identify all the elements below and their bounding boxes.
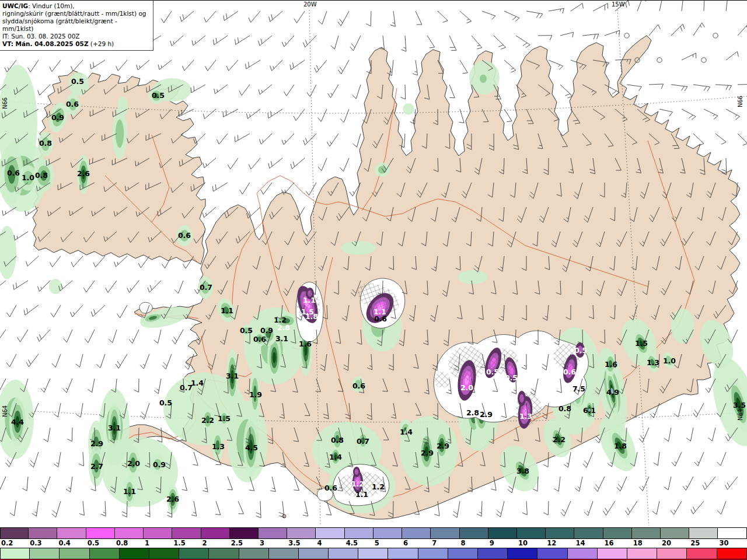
iceland-weather-map: 0.50.50.60.90.80.61.00.82.60.60.71.10.50…: [0, 1, 747, 527]
rain-blob: [458, 270, 488, 284]
legend-segment: [603, 527, 632, 539]
legend-segment: [460, 527, 488, 539]
legend-tick-label: 30: [718, 539, 746, 548]
precip-value-label: 1.6: [299, 340, 312, 348]
precip-value-label: 2.6: [77, 169, 90, 178]
legend-tick-label: 1: [144, 539, 172, 548]
info-line-valid-time: VT: Mán. 04.08.2025 05Z (+29 h): [2, 40, 150, 48]
meridian-label: 20W: [303, 1, 317, 8]
precip-value-label: 0.6: [66, 100, 79, 108]
info-line-1: UWC/IG: Vindur (10m),: [2, 2, 150, 10]
rain-blob: [375, 163, 390, 177]
precip-value-label: 3.1: [226, 372, 239, 380]
info-line-2: rigning/skúrir (grænt/blátt/rautt - mm/1…: [2, 10, 150, 18]
rain-blob: [671, 309, 694, 344]
legend-segment: [546, 527, 574, 539]
precip-value-label-light: 0.5: [505, 373, 518, 382]
precip-value-label-light: 1.1: [374, 307, 386, 316]
precip-value-label: 1.4: [329, 453, 342, 461]
precip-value-label: 4.4: [11, 418, 24, 426]
precip-value-label: 6.1: [583, 406, 596, 415]
precip-value-label-light: 1.8: [305, 312, 318, 321]
legend-segment: [90, 548, 120, 559]
legend-tick-label: 0.2: [0, 539, 29, 548]
precip-value-label: 1.0: [663, 356, 676, 365]
legend-segment: [661, 527, 689, 539]
legend-segment: [627, 548, 657, 559]
precip-value-label: 2.6: [166, 495, 179, 503]
legend-segment: [316, 527, 344, 539]
legend-segment: [239, 548, 269, 559]
precip-value-label: 2.9: [90, 439, 103, 448]
precip-value-label-light: 2.0: [460, 383, 473, 392]
precip-value-label: 0.9: [51, 113, 64, 122]
precip-value-label: 3.1: [108, 424, 121, 432]
precip-value-label-light: 1.3: [519, 412, 532, 421]
legend-segment: [488, 527, 517, 539]
info-line-init-time: IT: Sun. 03. 08. 2025 00Z: [2, 33, 150, 40]
precip-value-label: 1.5: [218, 414, 231, 423]
legend-tick-label: 8: [460, 539, 488, 548]
legend-tick-label: 0.8: [115, 539, 144, 548]
legend-segment: [57, 527, 86, 539]
precip-value-label-light: 0.5: [486, 368, 499, 376]
precip-value-label: 0.7: [200, 283, 212, 292]
legend-segment: [402, 527, 431, 539]
legend-segment: [574, 527, 603, 539]
legend-tick-label: 3.5: [287, 539, 316, 548]
legend-segment: [269, 548, 299, 559]
sleet-colorbar: [0, 527, 747, 539]
precip-value-label: 1.4: [400, 428, 413, 436]
legend-tick-label: 2: [201, 539, 230, 548]
legend-segment: [179, 548, 209, 559]
legend-tick-label: 5: [374, 539, 402, 548]
precip-value-label: 1.1: [355, 490, 368, 499]
legend-tick-label: 6: [402, 539, 431, 548]
precip-value-label: 2.9: [437, 442, 449, 450]
precip-value-label: 2.9: [480, 410, 493, 419]
rain-colorbar: [0, 548, 747, 559]
precip-value-label: 2.0: [127, 459, 140, 468]
parallel-label-right: N66: [737, 96, 743, 107]
precip-value-label: 1.5: [635, 339, 648, 348]
precip-value-label: 3.8: [516, 467, 529, 475]
parallel-label-left: N66: [2, 97, 8, 109]
legend-segment: [517, 527, 546, 539]
legend-segment: [537, 548, 567, 559]
precip-value-label-light: 0.5: [574, 346, 587, 355]
precip-value-label: 0.6: [7, 169, 20, 177]
precip-value-label: 0.5: [159, 398, 172, 407]
legend-segment: [718, 527, 746, 539]
precip-value-label: 1.6: [605, 360, 617, 369]
legend-tick-label: 4: [316, 539, 344, 548]
legend-segment: [388, 548, 418, 559]
legend-segment: [0, 548, 30, 559]
info-line-3: slydda/snjókoma (grátt/bleikt/grænt - mm…: [2, 18, 150, 33]
legend-segment: [508, 548, 537, 559]
legend-segment: [431, 527, 459, 539]
legend-segment: [115, 527, 144, 539]
legend-segment: [86, 527, 115, 539]
precip-value-label: 0.7: [357, 437, 369, 446]
precip-value-label: 0.6: [178, 231, 191, 240]
legend-tick-label: 2.5: [230, 539, 259, 548]
legend-segment: [201, 527, 230, 539]
legend-segment: [144, 527, 172, 539]
precip-value-label: 0.6: [352, 382, 365, 390]
legend-tick-label: 0.5: [86, 539, 115, 548]
precip-value-label: 0.5: [71, 77, 84, 86]
legend-tick-label: 9: [488, 539, 517, 548]
legend-segment: [29, 527, 57, 539]
precip-value-label: 4.9: [606, 388, 619, 397]
precip-value-label: 0.6: [324, 484, 337, 492]
legend-tick-label: 3: [259, 539, 287, 548]
legend-tick-label: 4.5: [345, 539, 374, 548]
parallel-label-right: N64: [737, 409, 743, 421]
precip-value-label-light: 0.6: [563, 368, 576, 376]
legend-segment: [448, 548, 478, 559]
legend-segment: [120, 548, 149, 559]
precip-value-label: 1.3: [212, 442, 225, 451]
legend-tick-label: 25: [689, 539, 718, 548]
precip-value-label-light: 1.2: [351, 480, 364, 488]
precip-value-label: 1.1: [123, 487, 136, 496]
